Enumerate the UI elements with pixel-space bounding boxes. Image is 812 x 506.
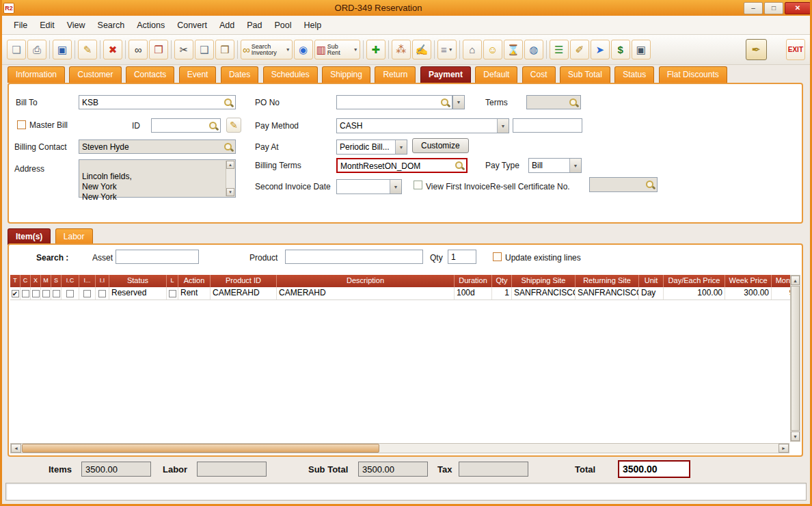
column-header-week-price[interactable]: Week Price <box>725 275 772 287</box>
column-header-l[interactable]: L <box>167 275 178 287</box>
column-header-m[interactable]: M <box>41 275 51 287</box>
cell-day-each-price[interactable]: 100.00 <box>664 287 725 299</box>
bill-to-field[interactable]: KSB <box>79 95 236 109</box>
chevron-down-icon[interactable]: ▼ <box>395 140 407 154</box>
po-no-dropdown[interactable]: ▼ <box>452 95 465 109</box>
cell-action[interactable]: Rent <box>178 287 211 299</box>
column-header-unit[interactable]: Unit <box>639 275 664 287</box>
cell-qty[interactable]: 1 <box>492 287 512 299</box>
column-header-day-each-price[interactable]: Day/Each Price <box>664 275 725 287</box>
column-header-description[interactable]: Description <box>277 275 455 287</box>
scrollbar-thumb[interactable] <box>22 444 379 453</box>
scroll-down-icon[interactable]: ▼ <box>791 431 800 441</box>
media-button[interactable]: ◍ <box>524 40 543 59</box>
tab-information[interactable]: Information <box>8 66 65 83</box>
address-scrollbar[interactable]: ▲ ▼ <box>226 161 234 196</box>
find-button[interactable]: ∞ <box>128 40 148 59</box>
copy-button[interactable]: ❑ <box>195 40 214 59</box>
qty-input[interactable]: 1 <box>448 250 476 264</box>
product-input[interactable] <box>285 250 423 264</box>
unchecked-checkbox-icon[interactable] <box>42 290 50 297</box>
maximize-button[interactable]: □ <box>764 2 783 14</box>
minimize-button[interactable]: – <box>744 2 763 14</box>
cell-l-checkbox[interactable] <box>167 287 178 299</box>
column-header-i[interactable]: I... <box>79 275 96 287</box>
add-line-button[interactable]: ✚ <box>366 40 385 59</box>
cut-button[interactable]: ✂ <box>174 40 193 59</box>
column-header-action[interactable]: Action <box>178 275 211 287</box>
search-inventory-button[interactable]: ∞ Search Inventory ▼ <box>241 40 293 59</box>
id-field[interactable] <box>151 118 221 133</box>
po-no-field[interactable] <box>336 95 452 109</box>
cell-ii-checkbox[interactable] <box>96 287 109 299</box>
cell-shipping-site[interactable]: SANFRANCISCO <box>512 287 576 299</box>
menu-pool[interactable]: Pool <box>268 18 297 32</box>
menu-help[interactable]: Help <box>298 18 328 32</box>
tab-schedules[interactable]: Schedules <box>263 66 318 83</box>
cell-t-checkbox[interactable]: ✔ <box>10 287 21 299</box>
menu-view[interactable]: View <box>61 18 92 32</box>
customize-button[interactable]: Customize <box>412 138 469 153</box>
unchecked-checkbox-icon[interactable] <box>53 290 60 297</box>
column-header-c[interactable]: C <box>21 275 31 287</box>
note-button[interactable]: ✍ <box>412 40 431 59</box>
tab-customer[interactable]: Customer <box>69 66 121 83</box>
column-header-duration[interactable]: Duration <box>455 275 492 287</box>
unchecked-checkbox-icon[interactable] <box>22 290 29 297</box>
find-document-button[interactable]: ❐ <box>149 40 168 59</box>
edit-button[interactable]: ✎ <box>78 40 97 59</box>
checked-checkbox-icon[interactable]: ✔ <box>12 290 19 297</box>
menu-search[interactable]: Search <box>92 18 131 32</box>
cell-description[interactable]: CAMERAHD <box>277 287 455 299</box>
search-icon[interactable] <box>440 98 450 107</box>
pin-button[interactable]: ◉ <box>294 40 313 59</box>
copies-button[interactable]: ≡ ▼ <box>437 40 457 59</box>
scroll-up-icon[interactable]: ▲ <box>226 161 234 169</box>
unchecked-checkbox-icon[interactable] <box>66 290 74 297</box>
close-button[interactable]: ✕ <box>785 2 811 14</box>
column-header-status[interactable]: Status <box>109 275 167 287</box>
system-button[interactable]: ▣ <box>632 40 651 59</box>
address-field[interactable]: Lincoln fields, New York New York ▲ ▼ <box>79 159 236 198</box>
cell-unit[interactable]: Day <box>639 287 664 299</box>
cell-status[interactable]: Reserved <box>109 287 167 299</box>
fax-button[interactable]: ⌂ <box>463 40 482 59</box>
grid-horizontal-scrollbar[interactable]: ◄ ► <box>10 443 789 453</box>
cell-product-id[interactable]: CAMERAHD <box>211 287 277 299</box>
tab-items[interactable]: Item(s) <box>8 228 51 245</box>
permissions-button[interactable]: ✒ <box>746 39 767 60</box>
customer-button[interactable]: ☺ <box>483 40 502 59</box>
cell-ic-checkbox[interactable] <box>62 287 79 299</box>
column-header-qty[interactable]: Qty <box>492 275 512 287</box>
tab-payment[interactable]: Payment <box>420 66 471 83</box>
cell-i-checkbox[interactable] <box>79 287 96 299</box>
tab-cost[interactable]: Cost <box>522 66 556 83</box>
export-button[interactable]: ➤ <box>591 40 610 59</box>
pay-type-combo[interactable]: Bill ▼ <box>528 158 582 173</box>
print-button[interactable]: ⎙ <box>27 40 46 59</box>
menu-file[interactable]: File <box>8 18 33 32</box>
edit-id-button[interactable]: ✎ <box>226 118 241 133</box>
update-existing-lines-checkbox[interactable] <box>493 252 502 261</box>
tab-default[interactable]: Default <box>475 66 517 83</box>
unchecked-checkbox-icon[interactable] <box>98 290 106 297</box>
grid-vertical-scrollbar[interactable]: ▲ ▼ <box>790 275 800 442</box>
scroll-up-icon[interactable]: ▲ <box>791 276 800 285</box>
billing-terms-field[interactable]: MonthResetON_DOM <box>336 158 468 173</box>
pay-at-combo[interactable]: Periodic Bill... ▼ <box>336 139 407 155</box>
chevron-down-icon[interactable]: ▼ <box>569 159 581 172</box>
menu-pad[interactable]: Pad <box>241 18 268 32</box>
search-icon[interactable] <box>208 121 218 131</box>
delete-button[interactable]: ✖ <box>103 40 122 59</box>
billing-button[interactable]: $ <box>611 40 630 59</box>
tab-dates[interactable]: Dates <box>221 66 258 83</box>
cell-returning-site[interactable]: SANFRANCISCO <box>576 287 639 299</box>
chevron-down-icon[interactable]: ▼ <box>390 180 401 194</box>
tab-flat-discounts[interactable]: Flat Discounts <box>659 66 727 83</box>
pay-method-combo[interactable]: CASH ▼ <box>336 118 509 133</box>
billing-contact-field[interactable]: Steven Hyde <box>79 139 236 154</box>
column-header-product-id[interactable]: Product ID <box>211 275 277 287</box>
column-header-shipping-site[interactable]: Shipping Site <box>512 275 576 287</box>
pay-method-extra-field[interactable] <box>513 118 582 133</box>
cell-s-checkbox[interactable] <box>51 287 62 299</box>
